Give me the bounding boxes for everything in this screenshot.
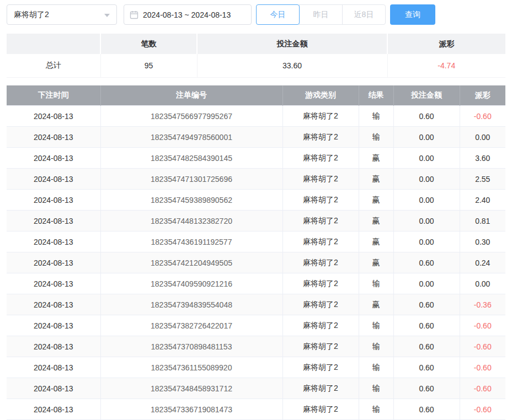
cell-bet-amount: 0.00 (393, 231, 460, 252)
cell-bet-amount: 0.00 (393, 148, 460, 169)
cell-game-type: 麻将胡了2 (282, 148, 359, 169)
cell-bet-id: 1823547566977995267 (100, 106, 282, 127)
table-row: 2024-08-131823547382726422017麻将胡了2输0.60-… (7, 315, 505, 336)
column-header-bet-time: 下注时间 (7, 85, 100, 106)
summary-header-row: 笔数 投注金额 派彩 (7, 34, 505, 54)
cell-bet-time: 2024-08-13 (7, 315, 100, 336)
cell-payout: 3.60 (460, 148, 505, 169)
table-row: 2024-08-131823547336719081473麻将胡了2输0.60-… (7, 399, 505, 420)
table-row: 2024-08-131823547448132382720麻将胡了2赢0.000… (7, 211, 505, 231)
cell-game-type: 麻将胡了2 (282, 106, 359, 127)
cell-bet-time: 2024-08-13 (7, 190, 100, 211)
cell-result: 赢 (359, 169, 393, 190)
table-row: 2024-08-131823547394839554048麻将胡了2赢0.60-… (7, 294, 505, 315)
summary-header-bet-amount: 投注金额 (197, 34, 387, 54)
cell-result: 输 (359, 357, 393, 378)
calendar-icon (130, 10, 138, 19)
cell-payout: 2.40 (460, 190, 505, 211)
table-row: 2024-08-131823547471301725696麻将胡了2赢0.002… (7, 169, 505, 190)
filter-bar: 麻将胡了2 2024-08-13 ~ 2024-08-13 今日 昨日 近8日 … (7, 4, 505, 25)
cell-game-type: 麻将胡了2 (282, 336, 359, 357)
cell-bet-amount: 0.00 (393, 169, 460, 190)
cell-bet-amount: 0.00 (393, 211, 460, 231)
cell-bet-id: 1823547382726422017 (100, 315, 282, 336)
summary-header-count: 笔数 (100, 34, 197, 54)
table-row: 2024-08-131823547436191192577麻将胡了2赢0.000… (7, 231, 505, 252)
cell-bet-id: 1823547361155089920 (100, 357, 282, 378)
cell-result: 输 (359, 106, 393, 127)
cell-payout: 0.00 (460, 127, 505, 148)
column-header-bet-id: 注单编号 (100, 85, 282, 106)
cell-bet-time: 2024-08-13 (7, 231, 100, 252)
cell-game-type: 麻将胡了2 (282, 315, 359, 336)
cell-result: 输 (359, 127, 393, 148)
cell-payout: 0.81 (460, 211, 505, 231)
cell-bet-time: 2024-08-13 (7, 211, 100, 231)
table-row: 2024-08-131823547361155089920麻将胡了2输0.60-… (7, 357, 505, 378)
summary-payout: -4.74 (387, 54, 505, 77)
cell-game-type: 麻将胡了2 (282, 357, 359, 378)
date-range-input[interactable]: 2024-08-13 ~ 2024-08-13 (124, 4, 252, 25)
cell-bet-amount: 0.60 (393, 294, 460, 315)
cell-game-type: 麻将胡了2 (282, 378, 359, 399)
cell-payout: -0.60 (460, 315, 505, 336)
cell-bet-time: 2024-08-13 (7, 106, 100, 127)
cell-bet-id: 1823547370898481153 (100, 336, 282, 357)
cell-game-type: 麻将胡了2 (282, 169, 359, 190)
cell-bet-id: 1823547471301725696 (100, 169, 282, 190)
quick-button-last8days[interactable]: 近8日 (342, 4, 386, 25)
cell-payout: 0.00 (460, 273, 505, 294)
table-row: 2024-08-131823547482584390145麻将胡了2赢0.003… (7, 148, 505, 169)
cell-game-type: 麻将胡了2 (282, 273, 359, 294)
search-button[interactable]: 查询 (390, 4, 435, 25)
bet-table-header-row: 下注时间 注单编号 游戏类别 结果 投注金额 派彩 (7, 85, 505, 106)
cell-game-type: 麻将胡了2 (282, 190, 359, 211)
date-range-value: 2024-08-13 ~ 2024-08-13 (143, 10, 231, 19)
table-row: 2024-08-131823547370898481153麻将胡了2输0.60-… (7, 336, 505, 357)
cell-bet-amount: 0.00 (393, 127, 460, 148)
cell-bet-time: 2024-08-13 (7, 148, 100, 169)
cell-result: 赢 (359, 190, 393, 211)
summary-header-empty (7, 34, 100, 54)
cell-bet-amount: 0.60 (393, 315, 460, 336)
cell-payout: 0.30 (460, 231, 505, 252)
cell-bet-amount: 0.60 (393, 252, 460, 273)
cell-bet-amount: 0.60 (393, 378, 460, 399)
cell-result: 赢 (359, 211, 393, 231)
game-select[interactable]: 麻将胡了2 (7, 4, 117, 25)
summary-bet-amount: 33.60 (197, 54, 387, 77)
quick-button-yesterday[interactable]: 昨日 (299, 4, 343, 25)
cell-game-type: 麻将胡了2 (282, 211, 359, 231)
cell-bet-id: 1823547409590921216 (100, 273, 282, 294)
cell-bet-amount: 0.60 (393, 336, 460, 357)
table-row: 2024-08-131823547566977995267麻将胡了2输0.60-… (7, 106, 505, 127)
summary-total-row: 总计 95 33.60 -4.74 (7, 54, 505, 77)
cell-bet-time: 2024-08-13 (7, 399, 100, 420)
cell-payout: 2.55 (460, 169, 505, 190)
cell-payout: 0.24 (460, 252, 505, 273)
cell-result: 输 (359, 378, 393, 399)
cell-bet-id: 1823547482584390145 (100, 148, 282, 169)
cell-bet-id: 1823547436191192577 (100, 231, 282, 252)
summary-count: 95 (100, 54, 197, 77)
table-row: 2024-08-131823547494978560001麻将胡了2输0.000… (7, 127, 505, 148)
cell-game-type: 麻将胡了2 (282, 294, 359, 315)
cell-bet-amount: 0.60 (393, 357, 460, 378)
column-header-bet-amount: 投注金额 (393, 85, 460, 106)
cell-payout: -0.60 (460, 357, 505, 378)
cell-bet-id: 1823547336719081473 (100, 399, 282, 420)
cell-result: 输 (359, 336, 393, 357)
quick-date-button-group: 今日 昨日 近8日 (256, 4, 386, 25)
cell-bet-id: 1823547494978560001 (100, 127, 282, 148)
column-header-game-type: 游戏类别 (282, 85, 359, 106)
cell-bet-id: 1823547459389890562 (100, 190, 282, 211)
cell-bet-time: 2024-08-13 (7, 252, 100, 273)
cell-bet-id: 1823547348458931712 (100, 378, 282, 399)
chevron-down-icon (104, 14, 110, 17)
cell-game-type: 麻将胡了2 (282, 252, 359, 273)
cell-result: 输 (359, 399, 393, 420)
cell-bet-amount: 0.60 (393, 106, 460, 127)
cell-bet-amount: 0.00 (393, 273, 460, 294)
quick-button-today[interactable]: 今日 (256, 4, 300, 25)
column-header-result: 结果 (359, 85, 393, 106)
